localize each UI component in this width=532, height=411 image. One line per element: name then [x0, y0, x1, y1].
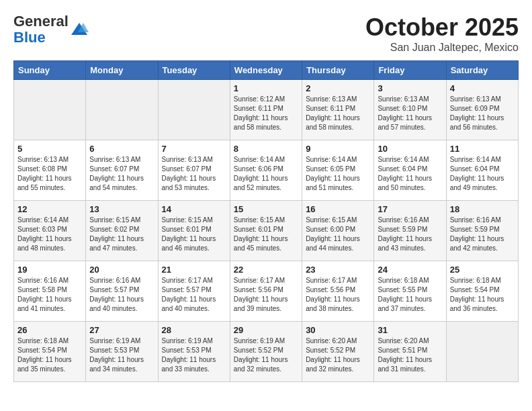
calendar-cell: 27 Sunrise: 6:19 AMSunset: 5:53 PMDaylig… — [86, 322, 158, 382]
logo-icon — [70, 20, 89, 39]
day-info: Sunrise: 6:15 AMSunset: 6:00 PMDaylight:… — [306, 216, 360, 252]
day-number: 4 — [450, 83, 515, 93]
day-number: 11 — [450, 144, 515, 154]
calendar-cell: 13 Sunrise: 6:15 AMSunset: 6:02 PMDaylig… — [86, 201, 158, 261]
day-number: 16 — [306, 204, 370, 214]
weekday-header: Monday — [86, 61, 158, 80]
day-info: Sunrise: 6:14 AMSunset: 6:03 PMDaylight:… — [17, 216, 72, 252]
day-info: Sunrise: 6:17 AMSunset: 5:56 PMDaylight:… — [234, 277, 288, 312]
calendar-cell: 10 Sunrise: 6:14 AMSunset: 6:04 PMDaylig… — [374, 140, 446, 201]
calendar-week-row: 19 Sunrise: 6:16 AMSunset: 5:58 PMDaylig… — [14, 261, 519, 322]
calendar-cell: 21 Sunrise: 6:17 AMSunset: 5:57 PMDaylig… — [158, 261, 230, 322]
day-number: 18 — [450, 204, 515, 214]
day-number: 20 — [89, 265, 154, 275]
day-info: Sunrise: 6:13 AMSunset: 6:11 PMDaylight:… — [306, 95, 360, 131]
day-number: 3 — [378, 83, 442, 93]
day-number: 23 — [306, 265, 370, 275]
day-info: Sunrise: 6:16 AMSunset: 5:59 PMDaylight:… — [450, 216, 504, 252]
day-info: Sunrise: 6:17 AMSunset: 5:57 PMDaylight:… — [162, 277, 216, 312]
weekday-header: Friday — [374, 61, 446, 80]
calendar-cell: 2 Sunrise: 6:13 AMSunset: 6:11 PMDayligh… — [302, 80, 374, 140]
day-info: Sunrise: 6:16 AMSunset: 5:57 PMDaylight:… — [89, 277, 144, 312]
day-number: 8 — [234, 144, 298, 154]
calendar-cell: 11 Sunrise: 6:14 AMSunset: 6:04 PMDaylig… — [446, 140, 518, 201]
calendar-cell: 5 Sunrise: 6:13 AMSunset: 6:08 PMDayligh… — [14, 140, 86, 201]
day-number: 2 — [306, 83, 370, 93]
day-number: 13 — [89, 204, 154, 214]
day-number: 28 — [162, 325, 226, 335]
day-number: 30 — [306, 325, 370, 335]
weekday-header-row: SundayMondayTuesdayWednesdayThursdayFrid… — [14, 61, 519, 80]
day-number: 9 — [306, 144, 370, 154]
day-number: 12 — [17, 204, 82, 214]
day-number: 21 — [162, 265, 226, 275]
page-header: General Blue October 2025 San Juan Jalte… — [13, 13, 519, 54]
calendar-cell: 6 Sunrise: 6:13 AMSunset: 6:07 PMDayligh… — [86, 140, 158, 201]
day-number: 26 — [17, 325, 82, 335]
logo-general-text: General — [13, 13, 69, 30]
day-info: Sunrise: 6:13 AMSunset: 6:07 PMDaylight:… — [89, 156, 144, 191]
calendar-cell: 8 Sunrise: 6:14 AMSunset: 6:06 PMDayligh… — [230, 140, 302, 201]
weekday-header: Thursday — [302, 61, 374, 80]
day-info: Sunrise: 6:19 AMSunset: 5:53 PMDaylight:… — [89, 337, 144, 373]
day-info: Sunrise: 6:14 AMSunset: 6:05 PMDaylight:… — [306, 156, 360, 191]
calendar-week-row: 26 Sunrise: 6:18 AMSunset: 5:54 PMDaylig… — [14, 322, 519, 382]
month-title: October 2025 — [365, 13, 519, 42]
location: San Juan Jaltepec, Mexico — [365, 42, 519, 54]
day-info: Sunrise: 6:17 AMSunset: 5:56 PMDaylight:… — [306, 277, 360, 312]
day-number: 14 — [162, 204, 226, 214]
calendar-cell: 16 Sunrise: 6:15 AMSunset: 6:00 PMDaylig… — [302, 201, 374, 261]
day-number: 31 — [378, 325, 442, 335]
calendar-cell: 12 Sunrise: 6:14 AMSunset: 6:03 PMDaylig… — [14, 201, 86, 261]
day-info: Sunrise: 6:19 AMSunset: 5:52 PMDaylight:… — [234, 337, 288, 373]
calendar-cell: 30 Sunrise: 6:20 AMSunset: 5:52 PMDaylig… — [302, 322, 374, 382]
day-info: Sunrise: 6:13 AMSunset: 6:10 PMDaylight:… — [378, 95, 432, 131]
day-number: 15 — [234, 204, 298, 214]
calendar-cell: 28 Sunrise: 6:19 AMSunset: 5:53 PMDaylig… — [158, 322, 230, 382]
day-number: 25 — [450, 265, 515, 275]
day-info: Sunrise: 6:15 AMSunset: 6:02 PMDaylight:… — [89, 216, 144, 252]
day-info: Sunrise: 6:13 AMSunset: 6:07 PMDaylight:… — [162, 156, 216, 191]
calendar-cell — [158, 80, 230, 140]
weekday-header: Tuesday — [158, 61, 230, 80]
day-info: Sunrise: 6:19 AMSunset: 5:53 PMDaylight:… — [162, 337, 216, 373]
day-info: Sunrise: 6:18 AMSunset: 5:55 PMDaylight:… — [378, 277, 432, 312]
calendar-week-row: 5 Sunrise: 6:13 AMSunset: 6:08 PMDayligh… — [14, 140, 519, 201]
calendar-cell — [446, 322, 518, 382]
day-number: 24 — [378, 265, 442, 275]
day-number: 7 — [162, 144, 226, 154]
day-number: 6 — [89, 144, 154, 154]
day-info: Sunrise: 6:16 AMSunset: 5:58 PMDaylight:… — [17, 277, 72, 312]
calendar-cell: 24 Sunrise: 6:18 AMSunset: 5:55 PMDaylig… — [374, 261, 446, 322]
day-number: 1 — [234, 83, 298, 93]
logo: General Blue — [13, 13, 89, 46]
weekday-header: Sunday — [14, 61, 86, 80]
day-info: Sunrise: 6:13 AMSunset: 6:09 PMDaylight:… — [450, 95, 504, 131]
calendar-cell: 29 Sunrise: 6:19 AMSunset: 5:52 PMDaylig… — [230, 322, 302, 382]
calendar-cell: 7 Sunrise: 6:13 AMSunset: 6:07 PMDayligh… — [158, 140, 230, 201]
day-info: Sunrise: 6:18 AMSunset: 5:54 PMDaylight:… — [450, 277, 504, 312]
day-number: 5 — [17, 144, 82, 154]
day-number: 17 — [378, 204, 442, 214]
calendar-cell: 14 Sunrise: 6:15 AMSunset: 6:01 PMDaylig… — [158, 201, 230, 261]
day-info: Sunrise: 6:20 AMSunset: 5:51 PMDaylight:… — [378, 337, 432, 373]
calendar-cell: 20 Sunrise: 6:16 AMSunset: 5:57 PMDaylig… — [86, 261, 158, 322]
calendar-cell: 22 Sunrise: 6:17 AMSunset: 5:56 PMDaylig… — [230, 261, 302, 322]
day-info: Sunrise: 6:15 AMSunset: 6:01 PMDaylight:… — [234, 216, 288, 252]
title-block: October 2025 San Juan Jaltepec, Mexico — [365, 13, 519, 54]
calendar-cell: 1 Sunrise: 6:12 AMSunset: 6:11 PMDayligh… — [230, 80, 302, 140]
day-info: Sunrise: 6:13 AMSunset: 6:08 PMDaylight:… — [17, 156, 72, 191]
day-number: 19 — [17, 265, 82, 275]
calendar-cell — [86, 80, 158, 140]
day-info: Sunrise: 6:20 AMSunset: 5:52 PMDaylight:… — [306, 337, 360, 373]
calendar-cell: 26 Sunrise: 6:18 AMSunset: 5:54 PMDaylig… — [14, 322, 86, 382]
day-info: Sunrise: 6:15 AMSunset: 6:01 PMDaylight:… — [162, 216, 216, 252]
weekday-header: Wednesday — [230, 61, 302, 80]
calendar-cell — [14, 80, 86, 140]
day-info: Sunrise: 6:14 AMSunset: 6:04 PMDaylight:… — [450, 156, 504, 191]
logo-blue-text: Blue — [13, 29, 46, 46]
calendar-cell: 17 Sunrise: 6:16 AMSunset: 5:59 PMDaylig… — [374, 201, 446, 261]
day-number: 27 — [89, 325, 154, 335]
day-number: 22 — [234, 265, 298, 275]
day-info: Sunrise: 6:14 AMSunset: 6:06 PMDaylight:… — [234, 156, 288, 191]
